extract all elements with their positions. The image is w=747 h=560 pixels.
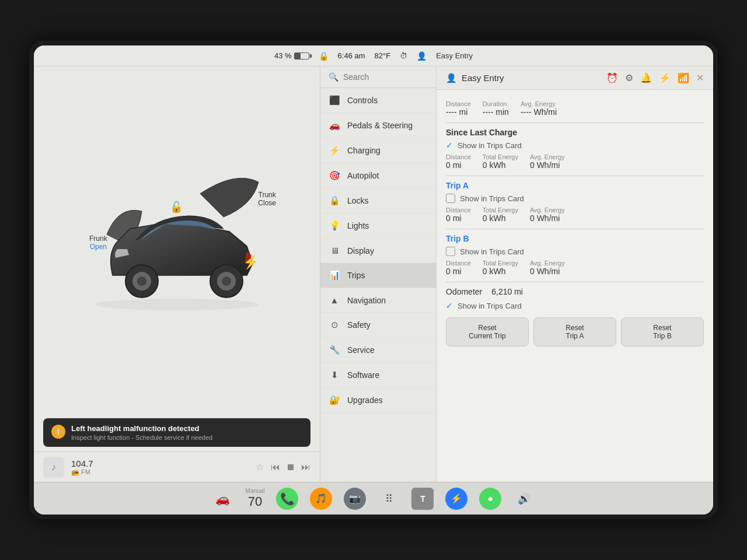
menu-label-locks: Locks [347, 196, 369, 205]
left-panel: Frunk Open Trunk Close 🔓 ⚡ ! [34, 66, 320, 482]
trip-a-checkbox-row: Show in Trips Card [446, 194, 704, 203]
stop-icon[interactable]: ⏹ [286, 462, 295, 473]
trip-a-checkbox[interactable] [446, 194, 455, 203]
current-distance-label: Distance [446, 100, 471, 107]
taskbar-volume-button[interactable]: 🔊 [513, 488, 535, 510]
frunk-label[interactable]: Frunk Open [89, 235, 107, 251]
menu-item-lights[interactable]: 💡 Lights [320, 214, 436, 239]
taskbar-signal-button[interactable]: ● [479, 488, 501, 510]
taskbar-card-button[interactable]: T [411, 488, 434, 510]
right-panel-title: Easy Entry [462, 73, 504, 83]
audio-band-label: FM [81, 468, 90, 475]
since-last-charge-checkbox-row: ✓ Show in Trips Card [446, 141, 704, 150]
menu-label-service: Service [347, 345, 375, 355]
bell-icon: 🔔 [640, 72, 652, 83]
menu-item-trips[interactable]: 📊 Trips [320, 263, 436, 288]
odometer-value: 6,210 mi [491, 287, 523, 296]
current-duration: Duration ---- min [483, 100, 509, 117]
display-icon: 🖥 [329, 246, 340, 256]
taskbar-music-button[interactable]: 🎵 [310, 488, 332, 510]
reset-current-trip-button[interactable]: ResetCurrent Trip [446, 317, 529, 346]
taskbar: 🚗 Manual 70 📞 🎵 📷 ⠿ T ⚡ ● 🔊 [34, 482, 713, 514]
menu-item-navigation[interactable]: ▲ Navigation [320, 288, 436, 313]
odometer-row: Odometer 6,210 mi [446, 287, 704, 296]
search-input[interactable] [343, 72, 437, 82]
current-duration-label: Duration [483, 100, 509, 107]
alert-warning-icon: ! [51, 425, 65, 439]
menu-label-navigation: Navigation [347, 296, 386, 305]
trip-b-show-label: Show in Trips Card [460, 247, 524, 256]
slc-avg-energy: Avg. Energy 0 Wh/mi [530, 153, 565, 170]
menu-item-display[interactable]: 🖥 Display [320, 239, 436, 263]
slc-total-energy-value: 0 kWh [483, 160, 518, 170]
lock-status-icon: 🔒 [319, 51, 329, 61]
audio-type: 📻 FM [71, 468, 249, 476]
odometer-show-label: Show in Trips Card [458, 302, 522, 310]
current-distance: Distance ---- mi [446, 100, 471, 117]
trip-b-title: Trip B [446, 234, 704, 243]
alert-title: Left headlight malfunction detected [71, 424, 212, 433]
search-box: 🔍 [320, 66, 436, 88]
audio-bar: ♪ 104.7 📻 FM ☆ ⏮ ⏹ ⏭ [34, 452, 320, 482]
menu-item-safety[interactable]: ⊙ Safety [320, 313, 436, 338]
audio-band-icon: 📻 [71, 468, 79, 475]
trip-a-show-label: Show in Trips Card [460, 194, 524, 203]
slc-total-energy: Total Energy 0 kWh [483, 153, 518, 170]
speed-value: 70 [248, 494, 262, 509]
prev-track-icon[interactable]: ⏮ [271, 462, 280, 473]
right-panel: 👤 Easy Entry ⏰ ⚙ 🔔 ⚡ 📶 ✕ [437, 66, 713, 482]
menu-item-software[interactable]: ⬇ Software [320, 363, 436, 388]
menu-item-upgrades[interactable]: 🔐 Upgrades [320, 388, 436, 413]
trip-b-checkbox[interactable] [446, 247, 455, 256]
tb-total-energy-label: Total Energy [483, 260, 518, 267]
alert-subtitle: Inspect light function - Schedule servic… [71, 434, 212, 441]
ta-avg-energy-value: 0 Wh/mi [530, 214, 565, 223]
close-icon[interactable]: ✕ [696, 72, 704, 83]
locks-icon: 🔒 [329, 195, 340, 206]
menu-label-autopilot: Autopilot [347, 171, 379, 180]
menu-label-lights: Lights [347, 221, 369, 230]
menu-label-trips: Trips [347, 271, 365, 280]
next-track-icon[interactable]: ⏭ [301, 462, 310, 473]
ta-total-energy-value: 0 kWh [483, 214, 518, 223]
header-icons: ⏰ ⚙ 🔔 ⚡ 📶 ✕ [606, 72, 704, 83]
taskbar-car-icon[interactable]: 🚗 [212, 488, 234, 510]
tb-distance-label: Distance [446, 260, 471, 267]
svg-point-3 [137, 276, 146, 286]
odometer-checkbox-row: ✓ Show in Trips Card [446, 301, 704, 310]
menu-item-charging[interactable]: ⚡ Charging [320, 138, 436, 163]
trunk-state: Close [258, 199, 276, 207]
trunk-label[interactable]: Trunk Close [258, 191, 276, 207]
taskbar-bluetooth-button[interactable]: ⚡ [445, 488, 467, 510]
since-last-charge-checkbox[interactable]: ✓ [446, 141, 453, 150]
taskbar-camera-button[interactable]: 📷 [344, 488, 366, 510]
odometer-checkbox[interactable]: ✓ [446, 301, 453, 310]
alert-bar: ! Left headlight malfunction detected In… [43, 418, 310, 447]
menu-item-controls[interactable]: ⬛ Controls [320, 88, 436, 113]
tb-distance-value: 0 mi [446, 267, 471, 276]
menu-item-pedals[interactable]: 🚗 Pedals & Steering [320, 113, 436, 138]
frunk-title: Frunk [89, 235, 107, 243]
taskbar-phone-button[interactable]: 📞 [276, 488, 298, 510]
right-header-title: 👤 Easy Entry [446, 73, 504, 83]
ta-distance-label: Distance [446, 206, 471, 214]
ta-distance: Distance 0 mi [446, 206, 471, 223]
trips-icon: 📊 [329, 270, 340, 281]
battery-percentage: 43 % [274, 51, 292, 60]
menu-label-software: Software [347, 370, 379, 380]
tb-avg-energy: Avg. Energy 0 Wh/mi [530, 260, 565, 276]
reset-trip-a-button[interactable]: ResetTrip A [533, 317, 616, 346]
favorite-icon[interactable]: ☆ [256, 461, 264, 473]
taskbar-dots-button[interactable]: ⠿ [378, 488, 400, 510]
ta-distance-value: 0 mi [446, 214, 471, 223]
reset-trip-b-button[interactable]: ResetTrip B [621, 317, 704, 346]
menu-label-display: Display [347, 246, 374, 256]
tb-total-energy: Total Energy 0 kWh [483, 260, 518, 276]
menu-item-service[interactable]: 🔧 Service [320, 338, 436, 363]
tb-distance: Distance 0 mi [446, 260, 471, 276]
software-icon: ⬇ [329, 370, 340, 380]
menu-item-locks[interactable]: 🔒 Locks [320, 188, 436, 214]
menu-item-autopilot[interactable]: 🎯 Autopilot [320, 163, 436, 188]
menu-label-charging: Charging [347, 146, 381, 155]
trip-a-stats: Distance 0 mi Total Energy 0 kWh Avg. En… [446, 206, 704, 223]
